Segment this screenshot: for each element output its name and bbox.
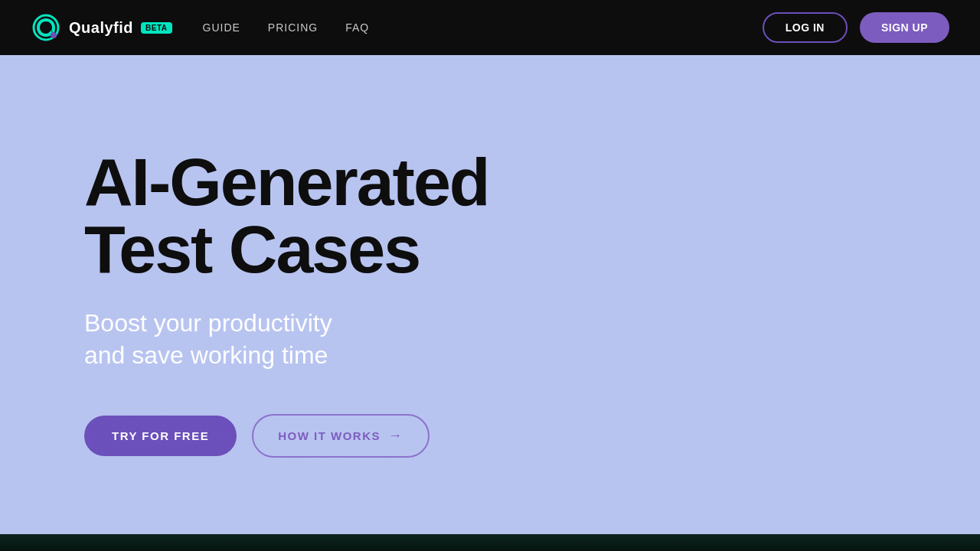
hero-subtitle-line2: and save working time	[84, 341, 328, 369]
how-it-works-button[interactable]: HOW IT WORKS →	[252, 414, 429, 458]
hero-subtitle: Boost your productivity and save working…	[84, 308, 482, 371]
nav-link-guide[interactable]: GUIDE	[203, 21, 240, 34]
hero-buttons: TRY FOR FREE HOW IT WORKS →	[84, 414, 896, 458]
nav-links: GUIDE PRICING FAQ	[203, 21, 370, 34]
nav-right: LOG IN SIGN UP	[763, 12, 949, 43]
hero-title: AI-Generated Test Cases	[84, 148, 528, 283]
logo-area: Qualyfid BETA	[31, 12, 172, 43]
hero-title-line1: AI-Generated	[84, 144, 489, 220]
navbar: Qualyfid BETA GUIDE PRICING FAQ LOG IN S…	[0, 0, 980, 55]
hero-title-line2: Test Cases	[84, 211, 420, 287]
bottom-bar	[0, 534, 980, 551]
nav-left: Qualyfid BETA GUIDE PRICING FAQ	[31, 12, 369, 43]
logo-icon	[31, 12, 61, 43]
logo-text: Qualyfid	[69, 19, 133, 37]
how-it-works-label: HOW IT WORKS	[278, 429, 381, 442]
signup-button[interactable]: SIGN UP	[860, 12, 949, 43]
login-button[interactable]: LOG IN	[763, 12, 848, 43]
hero-subtitle-line1: Boost your productivity	[84, 309, 332, 337]
nav-link-faq[interactable]: FAQ	[345, 21, 369, 34]
svg-point-1	[51, 32, 57, 38]
hero-section: AI-Generated Test Cases Boost your produ…	[0, 55, 980, 551]
beta-badge: BETA	[141, 22, 172, 34]
arrow-icon: →	[388, 428, 403, 444]
nav-link-pricing[interactable]: PRICING	[268, 21, 318, 34]
try-for-free-button[interactable]: TRY FOR FREE	[84, 416, 237, 456]
